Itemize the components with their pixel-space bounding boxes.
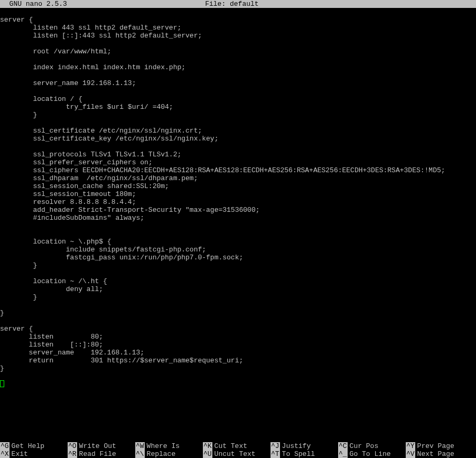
shortcut-label: Read File — [79, 450, 116, 458]
code-line — [0, 55, 476, 63]
shortcut-item[interactable]: ^\Replace — [135, 450, 203, 458]
editor-area[interactable]: server { listen 443 ssl http2 default_se… — [0, 8, 476, 428]
cursor — [0, 380, 4, 387]
shortcut-key: ^C — [338, 442, 348, 450]
code-line: add_header Strict-Transport-Security "ma… — [0, 206, 476, 214]
shortcut-label: Exit — [12, 450, 28, 458]
shortcut-key: ^U — [203, 450, 212, 458]
shortcut-key: ^V — [406, 450, 415, 458]
shortcut-item[interactable]: ^GGet Help — [0, 442, 68, 450]
shortcut-key: ^T — [270, 450, 280, 458]
cursor-line — [0, 380, 476, 388]
shortcut-item[interactable]: ^YPrev Page — [406, 442, 473, 450]
shortcut-key: ^X — [0, 450, 10, 458]
shortcut-label: Prev Page — [417, 442, 454, 450]
shortcut-key: ^\ — [135, 450, 145, 458]
shortcut-label: Cut Text — [214, 442, 247, 450]
code-line: location ~ /\.ht { — [0, 277, 476, 285]
file-name: File: default — [67, 0, 397, 8]
code-line — [0, 230, 476, 238]
code-line — [0, 87, 476, 95]
code-line: resolver 8.8.8.8 8.8.4.4; — [0, 198, 476, 206]
shortcut-item[interactable]: ^RRead File — [68, 450, 135, 458]
code-line — [0, 372, 476, 380]
shortcut-label: Go To Line — [350, 450, 391, 458]
shortcut-row-2: ^XExit^RRead File^\Replace^UUncut Text^T… — [0, 450, 476, 458]
code-line: #includeSubDomains" always; — [0, 214, 476, 222]
shortcut-key: ^G — [0, 442, 10, 450]
code-line — [0, 269, 476, 277]
shortcut-label: Write Out — [79, 442, 116, 450]
code-line: fastcgi_pass unix:/run/php/php7.0-fpm.so… — [0, 254, 476, 261]
shortcut-item[interactable]: ^CCur Pos — [338, 442, 406, 450]
code-line: location ~ \.php$ { — [0, 238, 476, 246]
app-name: GNU nano 2.5.3 — [0, 0, 67, 8]
shortcut-label: Replace — [147, 450, 176, 458]
code-line: index index.html index.htm index.php; — [0, 63, 476, 71]
shortcut-key: ^_ — [338, 450, 348, 458]
shortcut-item[interactable]: ^_Go To Line — [338, 450, 406, 458]
code-line: location / { — [0, 95, 476, 103]
shortcut-item[interactable]: ^WWhere Is — [135, 442, 203, 450]
shortcut-item[interactable]: ^UUncut Text — [203, 450, 270, 458]
shortcut-item[interactable]: ^JJustify — [270, 442, 338, 450]
shortcut-item[interactable]: ^KCut Text — [203, 442, 270, 450]
code-line: server { — [0, 325, 476, 333]
code-line: ssl_certificate /etc/nginx/ssl/nginx.crt… — [0, 127, 476, 135]
code-line: listen 80; — [0, 333, 476, 341]
code-line: deny all; — [0, 285, 476, 293]
shortcut-key: ^R — [68, 450, 77, 458]
shortcut-item[interactable]: ^TTo Spell — [270, 450, 338, 458]
shortcut-label: Where Is — [147, 442, 180, 450]
code-line: listen [::]:443 ssl http2 default_server… — [0, 32, 476, 40]
shortcut-item[interactable]: ^OWrite Out — [68, 442, 135, 450]
code-line: ssl_session_cache shared:SSL:20m; — [0, 182, 476, 190]
code-line: root /var/www/html; — [0, 48, 476, 55]
code-line — [0, 301, 476, 309]
code-line: } — [0, 111, 476, 119]
code-line: include snippets/fastcgi-php.conf; — [0, 246, 476, 254]
code-line — [0, 317, 476, 325]
code-line: } — [0, 293, 476, 301]
shortcut-row-1: ^GGet Help^OWrite Out^WWhere Is^KCut Tex… — [0, 442, 476, 450]
code-line — [0, 222, 476, 230]
shortcut-key: ^W — [135, 442, 145, 450]
shortcut-label: Cur Pos — [350, 442, 379, 450]
code-line — [0, 8, 476, 16]
shortcut-label: To Spell — [282, 450, 315, 458]
shortcut-item[interactable]: ^XExit — [0, 450, 68, 458]
code-line: } — [0, 309, 476, 317]
shortcut-key: ^Y — [406, 442, 415, 450]
title-right — [397, 0, 476, 8]
code-line: listen 443 ssl http2 default_server; — [0, 24, 476, 32]
title-bar: GNU nano 2.5.3 File: default — [0, 0, 476, 8]
code-line: ssl_session_timeout 180m; — [0, 190, 476, 198]
code-line: ssl_protocols TLSv1 TLSv1.1 TLSv1.2; — [0, 151, 476, 158]
code-line: return 301 https://$server_name$request_… — [0, 357, 476, 364]
code-line: ssl_dhparam /etc/nginx/ssl/dhparam.pem; — [0, 174, 476, 182]
shortcut-label: Next Page — [417, 450, 454, 458]
code-line — [0, 143, 476, 151]
code-line: } — [0, 261, 476, 269]
code-line: server { — [0, 16, 476, 24]
shortcut-key: ^J — [270, 442, 280, 450]
code-line — [0, 71, 476, 79]
shortcut-label: Justify — [282, 442, 311, 450]
shortcut-key: ^K — [203, 442, 212, 450]
code-line: server_name 192.168.1.13; — [0, 349, 476, 357]
code-line: listen [::]:80; — [0, 341, 476, 349]
shortcut-label: Get Help — [12, 442, 44, 450]
shortcut-key: ^O — [68, 442, 77, 450]
code-line: ssl_prefer_server_ciphers on; — [0, 158, 476, 166]
code-line — [0, 40, 476, 48]
shortcut-bar: ^GGet Help^OWrite Out^WWhere Is^KCut Tex… — [0, 442, 476, 458]
shortcut-item[interactable]: ^VNext Page — [406, 450, 473, 458]
code-line: ssl_certificate_key /etc/nginx/ssl/nginx… — [0, 135, 476, 143]
code-line: server_name 192.168.1.13; — [0, 79, 476, 87]
code-line: try_files $uri $uri/ =404; — [0, 103, 476, 111]
shortcut-label: Uncut Text — [214, 450, 256, 458]
code-line: ssl_ciphers EECDH+CHACHA20:EECDH+AES128:… — [0, 166, 476, 174]
code-line: } — [0, 364, 476, 372]
code-line — [0, 119, 476, 127]
